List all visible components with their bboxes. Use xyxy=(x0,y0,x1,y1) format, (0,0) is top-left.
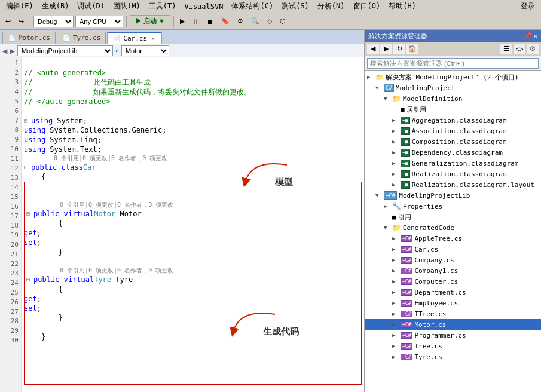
code-line-4: // 如果重新生成代码，将丢失对此文件所做的更改。 xyxy=(24,87,362,97)
tree-item[interactable]: ▶+■Aggregation.classdiagram xyxy=(365,115,541,125)
menu-item-help[interactable]: 帮助(H) xyxy=(385,0,420,13)
code-line-12: ⊟public class Car xyxy=(24,163,362,172)
menu-item-build[interactable]: 生成(B) xyxy=(38,0,73,13)
tab-car[interactable]: 📄 Car.cs ✕ xyxy=(107,32,162,44)
tree-item[interactable]: ▶+■Composition.classdiagram xyxy=(365,136,541,147)
tree-item[interactable]: ■引用 xyxy=(365,212,541,222)
toolbar-separator-1 xyxy=(30,16,30,27)
tyre-hint: 0 个引用|0 项更改|0 名作者，0 项更改 xyxy=(24,267,362,275)
code-line-5: // </auto-generated> xyxy=(24,97,362,106)
code-line-14 xyxy=(24,182,362,191)
panel-title: 解决方案资源管理器 xyxy=(368,32,427,41)
proj-expand: ▼ xyxy=(375,85,384,91)
code-line-9: using System.Linq; xyxy=(24,135,362,145)
menu-item-window[interactable]: 窗口(O) xyxy=(350,0,384,13)
menu-item-test[interactable]: 测试(S) xyxy=(278,0,313,13)
run-button[interactable]: ▶ 启动 ▼ xyxy=(130,15,170,27)
toolbar-separator-2 xyxy=(126,16,127,27)
tree-item[interactable]: ▶+C#Tyre.cs xyxy=(365,351,541,362)
toolbar-btn-3[interactable]: ⏹ xyxy=(204,15,216,28)
search-box xyxy=(365,56,541,71)
class-path-select[interactable]: Motor xyxy=(121,45,169,56)
menu-bar: 编辑(E) 生成(B) 调试(D) 团队(M) 工具(T) VisualSVN … xyxy=(0,0,541,13)
tree-item[interactable]: ▶+C#ITree.cs xyxy=(365,308,541,319)
path-bar: ◀ ▶ ModelingProjectLib ▸ Motor xyxy=(0,44,364,57)
toolbar-btn-7[interactable]: ◇ xyxy=(264,15,275,28)
tree-item[interactable]: ▶+■Dependency.classdiagram xyxy=(365,147,541,158)
project-path-select[interactable]: ModelingProjectLib xyxy=(17,45,113,56)
tree-item[interactable]: ▶+C#Department.cs xyxy=(365,287,541,298)
code-line-2: // <auto-generated> xyxy=(24,68,362,78)
tree-item[interactable]: ▶+C#Programmer.cs xyxy=(365,330,541,341)
code-line-6 xyxy=(24,106,362,116)
toolbar-btn-5[interactable]: ⚙ xyxy=(234,15,246,28)
toolbar-btn-4[interactable]: 🔖 xyxy=(218,15,233,28)
panel-close-icon[interactable]: ✕ xyxy=(533,32,537,40)
toolbar-btn-1[interactable]: ▶ xyxy=(177,15,188,28)
code-line-18: get; xyxy=(24,228,362,238)
menu-item-team[interactable]: 团队(M) xyxy=(109,0,144,13)
toolbar-btn-6[interactable]: 🔍 xyxy=(248,15,262,28)
menu-item-vsvn[interactable]: VisualSVN xyxy=(181,1,227,12)
code-content[interactable]: // <auto-generated> // 此代码由工具生成 // 如果重新生… xyxy=(22,57,364,392)
tab-motor-icon: 📄 xyxy=(8,34,16,42)
nav-back-icon[interactable]: ◀ xyxy=(2,46,7,56)
panel-btn-forward[interactable]: ▶ xyxy=(380,44,392,54)
toolbar-separator-3 xyxy=(173,16,174,27)
tree-item[interactable]: ▶+C#Company.cs xyxy=(365,255,541,265)
tab-motor[interactable]: 📄 Motor.cs xyxy=(2,32,56,44)
tree-item[interactable]: ▶+■Generalization.classdiagram xyxy=(365,158,541,169)
code-line-27 xyxy=(24,323,362,332)
right-panel: 解决方案资源管理器 📌 ✕ ◀ ▶ ↻ 🏠 ☰ <> ⚙ ▶📁解决方案'Mode… xyxy=(365,30,541,392)
menu-item-edit[interactable]: 编辑(E) xyxy=(2,0,37,13)
tree-item[interactable]: ▶+■Realization.classdiagram xyxy=(365,169,541,179)
panel-btn-filter[interactable]: ☰ xyxy=(500,44,512,54)
tree-item[interactable]: ▶+C#Computer.cs xyxy=(365,276,541,287)
menu-item-debug[interactable]: 调试(D) xyxy=(74,0,108,13)
panel-btn-home[interactable]: 🏠 xyxy=(406,44,418,54)
undo-button[interactable]: ↩ xyxy=(2,15,14,28)
menu-item-tools[interactable]: 工具(T) xyxy=(145,0,180,13)
tree-item[interactable]: ▶+C#Employee.cs xyxy=(365,298,541,308)
cpu-select[interactable]: Any CPU x86 x64 xyxy=(75,16,123,27)
code-line-23: { xyxy=(24,284,362,294)
panel-btn-refresh[interactable]: ↻ xyxy=(393,44,405,54)
tab-tyre[interactable]: 📄 Tyre.cs xyxy=(57,32,106,44)
panel-btn-back[interactable]: ◀ xyxy=(367,44,379,54)
panel-btn-settings[interactable]: ⚙ xyxy=(527,44,539,54)
tree-item[interactable]: ■居引用 xyxy=(365,104,541,115)
toolbar-btn-2[interactable]: ⏸ xyxy=(189,15,202,28)
menu-item-analyze[interactable]: 分析(N) xyxy=(314,0,349,13)
code-line-16: ⊟ public virtual Motor Motor xyxy=(24,209,362,219)
nav-forward-icon[interactable]: ▶ xyxy=(10,46,14,56)
code-wrapper[interactable]: 1234567891011121314151617181920212223242… xyxy=(0,57,364,392)
redo-button[interactable]: ↪ xyxy=(16,15,27,28)
tab-car-close[interactable]: ✕ xyxy=(149,35,157,42)
tree-item[interactable]: ▶+■Realization.classdiagram.layout xyxy=(365,179,541,190)
tree-item[interactable]: ▼📁GeneratedCode xyxy=(365,222,541,233)
tree-item[interactable]: ▶🔧Properties xyxy=(365,201,541,212)
search-input[interactable] xyxy=(367,58,539,69)
tree-item[interactable]: ▶+C#Motor.cs xyxy=(365,319,541,330)
code-line-30 xyxy=(24,351,362,361)
panel-pin-icon[interactable]: 📌 xyxy=(524,32,532,40)
tab-car-icon: 📄 xyxy=(112,35,121,42)
panel-btn-code[interactable]: <> xyxy=(514,44,525,54)
tree-item[interactable]: ▶+■Association.classdiagram xyxy=(365,125,541,136)
tree-item[interactable]: ▶+C#Car.cs xyxy=(365,244,541,255)
code-line-1 xyxy=(24,59,362,68)
toolbar-btn-8[interactable]: ⬡ xyxy=(277,15,289,28)
menu-item-login[interactable]: 登录 xyxy=(517,0,539,13)
tree-item[interactable]: ▶+C#Tree.cs xyxy=(365,341,541,351)
tree-container[interactable]: ▶📁解决方案'ModelingProject' (2 个项目)▼C#Modeli… xyxy=(365,71,541,392)
tree-item[interactable]: ▼+C#ModelingProjectLib xyxy=(365,190,541,201)
menu-item-arch[interactable]: 体系结构(C) xyxy=(228,0,277,13)
tree-item[interactable]: ▶📁解决方案'ModelingProject' (2 个项目) xyxy=(365,72,541,82)
code-line-19: set; xyxy=(24,238,362,247)
tree-item[interactable]: ▶+C#Company1.cs xyxy=(365,265,541,276)
debug-config-select[interactable]: Debug Release xyxy=(33,16,74,27)
tree-item[interactable]: ▼C#ModelingProject xyxy=(365,82,541,93)
tree-item[interactable]: ▶+C#AppleTree.cs xyxy=(365,233,541,244)
tree-item[interactable]: ▼📁ModelDefinition xyxy=(365,93,541,104)
tab-bar: 📄 Motor.cs 📄 Tyre.cs 📄 Car.cs ✕ xyxy=(0,30,364,44)
